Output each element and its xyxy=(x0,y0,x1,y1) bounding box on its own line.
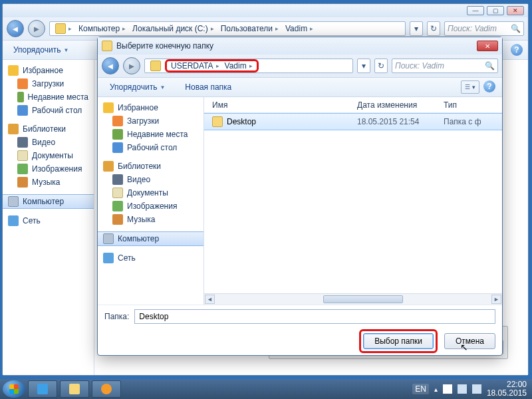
folder-icon xyxy=(212,116,223,127)
dialog-sidebar-favorites[interactable]: Избранное xyxy=(98,101,203,114)
network-tray-icon[interactable] xyxy=(458,384,467,394)
folder-name-input[interactable] xyxy=(134,309,495,324)
horizontal-scrollbar[interactable]: ◄ ► xyxy=(204,293,502,305)
close-button[interactable]: ✕ xyxy=(507,6,524,15)
column-headers: Имя Дата изменения Тип xyxy=(204,97,502,113)
forward-button[interactable]: ► xyxy=(28,20,45,37)
crumb-drive-c[interactable]: Локальный диск (C:) xyxy=(132,24,208,33)
address-bar[interactable]: ▸ Компьютер▸ Локальный диск (C:)▸ Пользо… xyxy=(49,21,406,36)
music-icon xyxy=(17,177,28,188)
sidebar-item-recent[interactable]: Недавние места xyxy=(3,90,94,104)
crumb-computer[interactable]: Компьютер xyxy=(78,24,120,33)
dialog-organize-menu[interactable]: Упорядочить▼ xyxy=(104,80,170,94)
taskbar-ie[interactable] xyxy=(28,380,57,398)
item-name: Desktop xyxy=(227,117,256,126)
dialog-cancel-button[interactable]: Отмена xyxy=(444,333,495,349)
volume-icon[interactable] xyxy=(472,384,481,394)
drive-icon xyxy=(55,23,66,34)
image-icon xyxy=(112,201,123,211)
language-indicator[interactable]: EN xyxy=(412,384,429,394)
dialog-sidebar-desktop[interactable]: Рабочий стол xyxy=(98,141,203,154)
taskbar-explorer[interactable] xyxy=(60,380,89,398)
folder-name-row: Папка: xyxy=(98,305,502,327)
video-icon xyxy=(17,137,28,148)
computer-icon xyxy=(8,196,19,207)
download-icon xyxy=(112,116,123,126)
highlight-choose-button: Выбор папки xyxy=(359,329,438,353)
sidebar-item-images[interactable]: Изображения xyxy=(3,162,94,176)
sidebar-libraries[interactable]: Библиотеки xyxy=(3,122,94,136)
crumb-users[interactable]: Пользователи xyxy=(221,24,273,33)
dialog-sidebar-libraries[interactable]: Библиотеки xyxy=(98,160,203,173)
organize-menu[interactable]: Упорядочить▼ xyxy=(8,43,74,57)
search-input[interactable]: Поиск: Vadim 🔍 xyxy=(444,21,524,36)
dialog-sidebar-network[interactable]: Сеть xyxy=(98,251,203,265)
sidebar-item-documents[interactable]: Документы xyxy=(3,149,94,162)
document-icon xyxy=(17,150,28,161)
taskbar-media[interactable] xyxy=(92,380,121,398)
star-icon xyxy=(8,65,19,76)
dialog-help-button[interactable]: ? xyxy=(483,80,495,92)
view-menu[interactable]: ☰ ▾ xyxy=(461,80,479,94)
titlebar: — ▢ ✕ xyxy=(3,4,528,17)
dialog-close-button[interactable]: ✕ xyxy=(477,41,498,51)
dialog-sidebar-images[interactable]: Изображения xyxy=(98,200,203,213)
list-item[interactable]: Desktop 18.05.2015 21:54 Папка с ф xyxy=(204,113,502,130)
crumb-vadim[interactable]: Vadim xyxy=(285,24,307,33)
tray-overflow-button[interactable]: ▴ xyxy=(434,386,438,393)
dialog-sidebar-music[interactable]: Музыка xyxy=(98,213,203,226)
dialog-address-bar[interactable]: USERDATA▸ Vadim▸ xyxy=(144,59,353,73)
dialog-nav-bar: ◄ ► USERDATA▸ Vadim▸ ▾ ↻ Поиск: Vadim 🔍 xyxy=(98,55,502,77)
sidebar-item-downloads[interactable]: Загрузки xyxy=(3,77,94,90)
clock[interactable]: 22:00 18.05.2015 xyxy=(487,380,527,398)
dialog-sidebar-recent[interactable]: Недавние места xyxy=(98,128,203,141)
item-date: 18.05.2015 21:54 xyxy=(357,117,444,126)
file-list: Имя Дата изменения Тип Desktop 18.05.201… xyxy=(204,97,502,305)
scroll-thumb[interactable] xyxy=(323,295,403,303)
flag-icon[interactable] xyxy=(443,384,452,394)
address-dropdown[interactable]: ▾ xyxy=(410,21,423,36)
dialog-sidebar-documents[interactable]: Документы xyxy=(98,186,203,200)
scroll-right-button[interactable]: ► xyxy=(491,295,501,304)
scroll-left-button[interactable]: ◄ xyxy=(205,295,215,304)
maximize-button[interactable]: ▢ xyxy=(487,6,504,15)
crumb-vadim[interactable]: Vadim xyxy=(225,61,247,70)
back-button[interactable]: ◄ xyxy=(7,20,24,37)
folder-icon xyxy=(69,384,80,394)
dialog-search-placeholder: Поиск: Vadim xyxy=(395,61,444,70)
dialog-sidebar-downloads[interactable]: Загрузки xyxy=(98,114,203,128)
network-icon xyxy=(8,215,19,226)
download-icon xyxy=(17,78,28,89)
sidebar-item-music[interactable]: Музыка xyxy=(3,176,94,189)
search-icon: 🔍 xyxy=(511,24,521,33)
sidebar-item-network[interactable]: Сеть xyxy=(3,214,94,227)
help-button[interactable]: ? xyxy=(511,44,523,56)
dialog-sidebar-video[interactable]: Видео xyxy=(98,173,203,186)
dialog-forward-button[interactable]: ► xyxy=(123,57,140,74)
minimize-button[interactable]: — xyxy=(467,6,484,15)
dialog-title: Выберите конечную папку xyxy=(116,41,473,51)
sidebar-item-desktop[interactable]: Рабочий стол xyxy=(3,104,94,117)
sidebar-item-video[interactable]: Видео xyxy=(3,136,94,149)
sidebar-favorites[interactable]: Избранное xyxy=(3,64,94,77)
desktop-icon xyxy=(112,142,123,153)
search-icon: 🔍 xyxy=(485,61,495,70)
drive-icon xyxy=(150,61,161,71)
system-tray: EN ▴ 22:00 18.05.2015 xyxy=(412,380,529,398)
dialog-address-dropdown[interactable]: ▾ xyxy=(357,59,370,73)
col-name[interactable]: Имя xyxy=(204,100,357,110)
choose-folder-button[interactable]: Выбор папки xyxy=(363,333,434,349)
col-date[interactable]: Дата изменения xyxy=(357,100,444,110)
dialog-back-button[interactable]: ◄ xyxy=(102,57,119,74)
dialog-refresh-button[interactable]: ↻ xyxy=(374,59,388,73)
refresh-button[interactable]: ↻ xyxy=(427,21,440,36)
dialog-search-input[interactable]: Поиск: Vadim 🔍 xyxy=(392,59,498,73)
start-button[interactable] xyxy=(3,380,25,398)
dialog-sidebar-computer[interactable]: Компьютер xyxy=(98,231,203,246)
sidebar-item-computer[interactable]: Компьютер xyxy=(3,194,94,209)
col-type[interactable]: Тип xyxy=(444,100,502,110)
crumb-userdata[interactable]: USERDATA xyxy=(171,61,213,70)
new-folder-button[interactable]: Новая папка xyxy=(180,80,237,94)
clock-date: 18.05.2015 xyxy=(487,389,527,398)
highlight-breadcrumb: USERDATA▸ Vadim▸ xyxy=(165,59,259,72)
